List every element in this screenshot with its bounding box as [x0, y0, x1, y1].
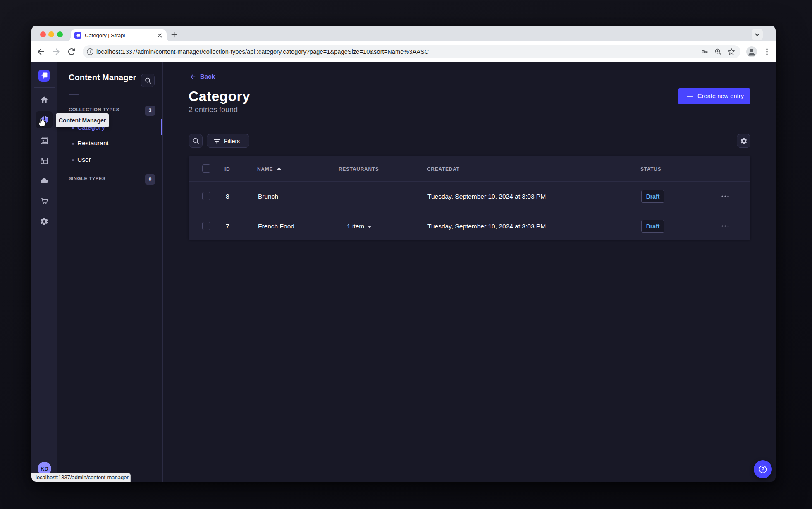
expand-relation-icon[interactable] [368, 226, 372, 228]
forward-navigation-icon[interactable] [51, 47, 61, 57]
bookmark-star-icon[interactable] [728, 48, 735, 55]
new-tab-icon[interactable] [171, 31, 178, 38]
cell-restaurants: 1 item [347, 223, 364, 230]
strapi-logo[interactable] [38, 70, 50, 82]
browser-tab-strip: Category | Strapi [31, 26, 776, 41]
status-badge: Draft [641, 220, 664, 233]
column-header-status[interactable]: STATUS [640, 166, 661, 172]
site-info-icon[interactable] [86, 48, 94, 55]
help-button[interactable] [754, 460, 772, 478]
row-checkbox[interactable] [202, 222, 210, 230]
table-row[interactable]: 7 French Food 1 item Tuesday, September … [189, 211, 750, 240]
subnav-title: Content Manager [69, 73, 136, 82]
single-types-count-badge: 0 [145, 174, 155, 185]
table-header-row: ID NAME RESTAURANTS CREATEDAT STATUS [189, 156, 750, 182]
cell-name: French Food [258, 223, 294, 230]
sidebar-item-media-library[interactable] [36, 132, 53, 149]
active-item-indicator [161, 119, 162, 135]
browser-toolbar: localhost:1337/admin/content-manager/col… [31, 41, 776, 62]
url-bar[interactable]: localhost:1337/admin/content-manager/col… [83, 45, 740, 58]
main-content: Back Category 2 entries found Create new… [163, 62, 776, 482]
sort-ascending-icon[interactable] [277, 167, 281, 170]
single-types-label: SINGLE TYPES [69, 176, 105, 181]
entries-table: ID NAME RESTAURANTS CREATEDAT STATUS 8 B… [189, 156, 750, 240]
subnav-search-button[interactable] [141, 74, 155, 87]
cell-createdat: Tuesday, September 10, 2024 at 3:03 PM [427, 193, 546, 200]
rail-divider [34, 87, 55, 88]
column-header-createdat[interactable]: CREATEDAT [427, 166, 460, 172]
status-bubble: localhost:1337/admin/content-manager [31, 473, 131, 482]
cell-createdat: Tuesday, September 10, 2024 at 3:03 PM [427, 223, 546, 230]
row-actions-icon[interactable] [719, 190, 731, 202]
strapi-favicon [74, 32, 81, 39]
status-badge: Draft [641, 190, 664, 203]
browser-tab[interactable]: Category | Strapi [71, 29, 167, 41]
browser-profile-avatar[interactable] [746, 46, 757, 57]
filter-icon [213, 138, 220, 145]
column-header-restaurants[interactable]: RESTAURANTS [339, 166, 379, 172]
table-settings-button[interactable] [737, 134, 750, 148]
sidebar-item-settings[interactable] [36, 213, 53, 230]
plus-icon [686, 92, 694, 101]
traffic-light-minimize[interactable] [48, 31, 54, 37]
back-navigation-icon[interactable] [36, 47, 46, 57]
entries-count: 2 entries found [189, 106, 238, 114]
filters-button[interactable]: Filters [207, 134, 249, 148]
bullet-icon [72, 159, 74, 161]
sidebar-item-content-type-builder[interactable] [36, 152, 53, 169]
row-actions-icon[interactable] [719, 220, 731, 232]
traffic-light-close[interactable] [40, 31, 46, 37]
tab-title: Category | Strapi [85, 29, 125, 41]
browser-menu-icon[interactable] [762, 47, 772, 57]
reload-icon[interactable] [67, 47, 76, 57]
cell-id: 7 [226, 223, 229, 230]
back-arrow-icon [189, 73, 196, 80]
rail-bottom-divider [34, 456, 55, 456]
sidebar-item-user[interactable]: User [57, 152, 163, 168]
sidebar-item-marketplace[interactable] [36, 192, 53, 209]
cell-name: Brunch [258, 193, 278, 200]
table-row[interactable]: 8 Brunch - Tuesday, September 10, 2024 a… [189, 182, 750, 211]
cell-restaurants: - [346, 193, 349, 200]
mouse-cursor [38, 118, 46, 129]
browser-window: Category | Strapi [31, 26, 776, 482]
tab-close-icon[interactable] [156, 32, 163, 39]
url-text: localhost:1337/admin/content-manager/col… [96, 45, 429, 58]
column-header-id[interactable]: ID [224, 166, 230, 172]
tab-strip-chevron-icon[interactable] [752, 29, 763, 40]
password-key-icon[interactable] [701, 48, 708, 55]
sidebar-item-restaurant[interactable]: Restaurant [57, 136, 163, 151]
page-title: Category [189, 88, 250, 104]
traffic-light-maximize[interactable] [57, 31, 63, 37]
column-header-name[interactable]: NAME [257, 166, 273, 172]
bullet-icon [72, 143, 74, 145]
search-button[interactable] [189, 134, 203, 148]
collection-types-count-badge: 3 [145, 106, 155, 116]
content-manager-tooltip: Content Manager [56, 113, 109, 127]
select-all-checkbox[interactable] [202, 164, 210, 173]
sidebar-item-cloud[interactable] [36, 172, 53, 189]
strapi-app: KD Content Manager COLLECTION TYPES 3 Ca… [31, 62, 776, 482]
zoom-icon[interactable] [714, 48, 722, 55]
create-new-entry-button[interactable]: Create new entry [678, 88, 750, 104]
sidebar-item-home[interactable] [36, 91, 53, 108]
row-checkbox[interactable] [202, 192, 210, 200]
cell-id: 8 [226, 193, 229, 200]
collection-types-label: COLLECTION TYPES [69, 107, 119, 112]
subnav-divider [69, 94, 79, 95]
